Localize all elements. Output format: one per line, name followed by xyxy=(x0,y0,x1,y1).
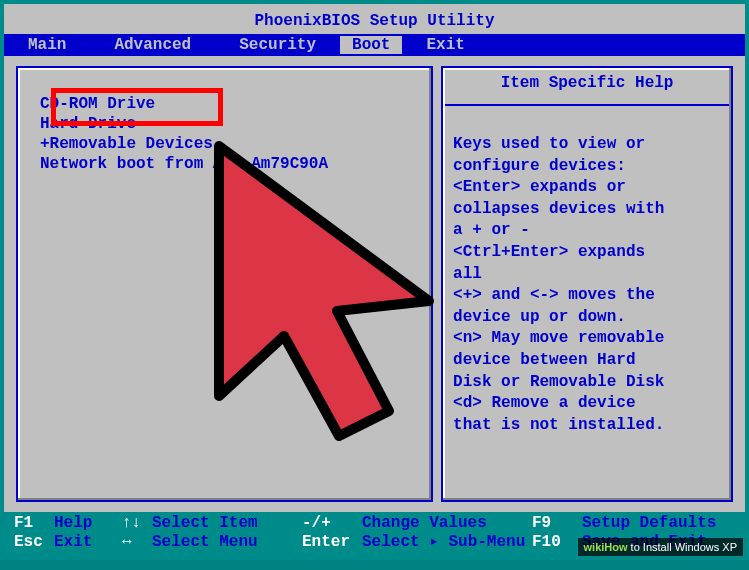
key-f10: F10 xyxy=(532,533,582,552)
help-panel: Item Specific Help Keys used to view or … xyxy=(441,66,733,502)
help-text: Keys used to view or configure devices: … xyxy=(445,134,729,436)
key-enter: Enter xyxy=(302,533,362,552)
label-select-submenu: Select ▸ Sub-Menu xyxy=(362,533,532,552)
label-select-item: Select Item xyxy=(152,514,302,533)
key-f9: F9 xyxy=(532,514,582,533)
key-leftright: ↔ xyxy=(122,533,152,552)
title-bar: PhoenixBIOS Setup Utility xyxy=(0,0,749,34)
boot-item-network[interactable]: Network boot from AMD Am79C90A xyxy=(40,154,409,174)
boot-order-panel: CD-ROM Drive Hard Drive +Removable Devic… xyxy=(16,66,433,502)
menu-boot[interactable]: Boot xyxy=(340,36,402,54)
watermark-brand: wikiHow xyxy=(584,541,628,553)
menu-security[interactable]: Security xyxy=(215,36,340,54)
bios-title: PhoenixBIOS Setup Utility xyxy=(254,12,494,30)
key-esc: Esc xyxy=(14,533,54,552)
menu-advanced[interactable]: Advanced xyxy=(90,36,215,54)
menu-main[interactable]: Main xyxy=(4,36,90,54)
label-help: Help xyxy=(54,514,122,533)
menu-bar: Main Advanced Security Boot Exit xyxy=(0,34,749,56)
watermark: wikiHow to Install Windows XP xyxy=(578,538,743,556)
key-plusminus: -/+ xyxy=(302,514,362,533)
label-change-values: Change Values xyxy=(362,514,532,533)
key-updown: ↑↓ xyxy=(122,514,152,533)
key-f1: F1 xyxy=(14,514,54,533)
content-area: CD-ROM Drive Hard Drive +Removable Devic… xyxy=(0,56,749,512)
label-select-menu: Select Menu xyxy=(152,533,302,552)
menu-exit[interactable]: Exit xyxy=(402,36,488,54)
watermark-text: to Install Windows XP xyxy=(628,541,737,553)
help-header: Item Specific Help xyxy=(445,70,729,106)
boot-item-hdd[interactable]: Hard Drive xyxy=(40,114,409,134)
boot-item-cdrom[interactable]: CD-ROM Drive xyxy=(40,94,409,114)
label-exit: Exit xyxy=(54,533,122,552)
label-setup-defaults: Setup Defaults xyxy=(582,514,735,533)
boot-item-removable[interactable]: +Removable Devices xyxy=(40,134,409,154)
